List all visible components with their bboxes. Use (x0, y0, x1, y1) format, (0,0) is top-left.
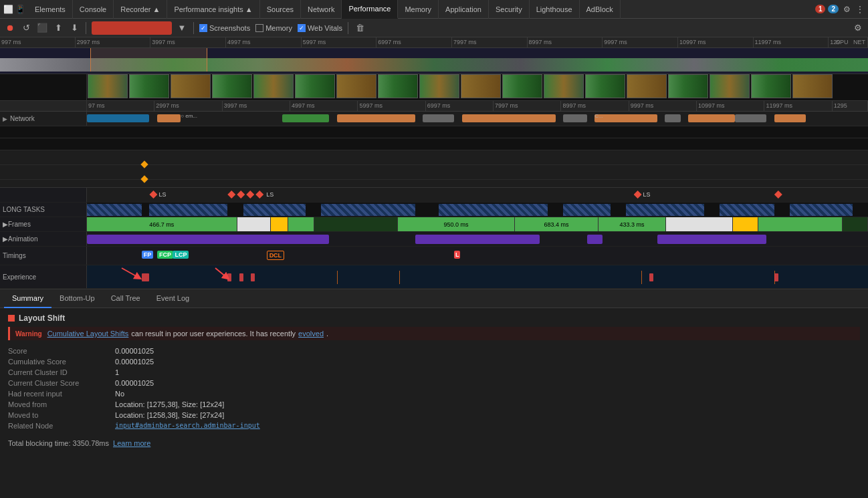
window-controls: ⬜ 📱 (3, 4, 25, 15)
detail-title-icon (8, 315, 15, 322)
warning-period: . (326, 330, 328, 338)
screenshot-thumb-3[interactable] (171, 74, 211, 98)
frame-7: 683.4 ms (515, 217, 599, 231)
trash-icon[interactable]: 🗑 (354, 22, 366, 34)
screenshots-checkbox[interactable]: ✓ Screenshots (199, 24, 250, 32)
cluster-id-label: Current Cluster ID (8, 368, 115, 376)
marker-diamond-2 (140, 175, 148, 182)
memory-checkbox[interactable]: Memory (255, 24, 292, 32)
network-track-row: ▶ Network ○ em... C... (0, 112, 868, 126)
tab-elements[interactable]: Elements (28, 0, 73, 19)
warning-row: Warning Cumulative Layout Shifts can res… (8, 327, 860, 340)
lt-bar-3 (243, 204, 306, 216)
reload-icon[interactable]: ↺ (20, 22, 32, 34)
exp-bar-3 (239, 273, 243, 281)
lt-bar-1 (87, 204, 142, 216)
inspect-icon[interactable]: ⬜ (3, 4, 13, 15)
screenshot-thumb-18[interactable] (792, 74, 833, 98)
btab-bottom-up[interactable]: Bottom-Up (51, 289, 103, 308)
ruler-spacer (0, 101, 87, 111)
screenshots-label-col (0, 74, 87, 100)
long-tasks-label: LONG TASKS (0, 203, 87, 217)
tick2-11: 1295 (833, 101, 868, 111)
tab-bar: ⬜ 📱 Elements Console Recorder ▲ Performa… (0, 0, 868, 19)
device-icon[interactable]: 📱 (15, 4, 25, 15)
tab-memory[interactable]: Memory (398, 0, 439, 19)
net-bar-2 (157, 114, 181, 122)
network-track-label: ▶ Network (0, 112, 87, 126)
tab-security[interactable]: Security (489, 0, 530, 19)
record-button[interactable] (92, 21, 172, 35)
net-bar-4 (337, 114, 415, 122)
tab-network[interactable]: Network (301, 0, 342, 19)
record-icon[interactable]: ⏺ (4, 22, 16, 34)
cluster-id-val: 1 (115, 368, 119, 376)
screenshot-thumb-1[interactable] (88, 74, 128, 98)
screenshot-thumb-6[interactable] (295, 74, 335, 98)
frame-2 (237, 217, 272, 231)
long-tasks-section: LS LS LS LONG TASKS (0, 188, 868, 289)
frame-4 (288, 217, 314, 231)
tab-performance[interactable]: Performance (342, 0, 398, 19)
tab-adblock[interactable]: AdBlock (580, 0, 621, 19)
tab-performance-insights[interactable]: Performance insights ▲ (167, 0, 259, 19)
dropdown-icon[interactable]: ▼ (176, 22, 188, 34)
screenshot-thumb-16[interactable] (710, 74, 750, 98)
warning-link-cls[interactable]: Cumulative Layout Shifts (47, 330, 129, 338)
tab-sources[interactable]: Sources (260, 0, 301, 19)
screenshot-thumb-14[interactable] (627, 74, 667, 98)
ls-group-3: LS (634, 191, 651, 199)
frame-10 (733, 217, 758, 231)
screenshot-thumb-15[interactable] (668, 74, 708, 98)
screenshot-thumb-13[interactable] (585, 74, 625, 98)
screenshot-thumb-2[interactable] (129, 74, 169, 98)
frame-6: 950.0 ms (398, 217, 515, 231)
screenshot-thumb-12[interactable] (544, 74, 584, 98)
tab-lighthouse[interactable]: Lighthouse (530, 0, 580, 19)
expand-arrow[interactable]: ▶ (3, 116, 7, 122)
ls-diamond-3 (237, 191, 245, 199)
screenshot-thumb-7[interactable] (336, 74, 376, 98)
related-node-val[interactable]: input#adminbar-search.adminbar-input (115, 422, 260, 430)
download-icon[interactable]: ⬇ (68, 22, 80, 34)
screenshot-thumb-5[interactable] (253, 74, 294, 98)
screenshot-thumb-4[interactable] (212, 74, 252, 98)
score-row: Score 0.00001025 (8, 346, 860, 356)
frames-row: ▶ Frames 466.7 ms 950.0 ms 683.4 ms 433.… (0, 217, 868, 232)
tick2-4: 5997 ms (358, 101, 425, 111)
btab-event-log[interactable]: Event Log (148, 289, 198, 308)
ruler-ticks: 97 ms 2997 ms 3997 ms 4997 ms 5997 ms 69… (87, 101, 868, 111)
btab-call-tree[interactable]: Call Tree (103, 289, 148, 308)
animation-content (87, 232, 868, 246)
timings-content: FP FCP LCP DCL L (87, 247, 868, 265)
frame-5 (314, 217, 398, 231)
warning-link-evolved[interactable]: evolved (298, 330, 324, 338)
anim-expand-arrow[interactable]: ▶ (3, 235, 8, 243)
ls-diamond-1 (149, 191, 157, 199)
screenshot-thumb-17[interactable] (751, 74, 791, 98)
settings-icon[interactable]: ⚙ (841, 4, 852, 15)
stop-icon[interactable]: ⬛ (36, 22, 48, 34)
webvitals-checkbox[interactable]: ✓ Web Vitals (298, 24, 342, 32)
lt-bar-4 (321, 204, 415, 216)
settings-icon2[interactable]: ⚙ (852, 22, 864, 34)
animation-row: ▶ Animation (0, 232, 868, 247)
tab-console[interactable]: Console (73, 0, 114, 19)
recent-input-val: No (115, 390, 124, 398)
btab-summary[interactable]: Summary (4, 289, 51, 308)
more-icon[interactable]: ⋮ (855, 4, 865, 15)
screenshot-thumb-10[interactable] (461, 74, 501, 98)
tab-recorder[interactable]: Recorder ▲ (114, 0, 167, 19)
upload-icon[interactable]: ⬆ (52, 22, 64, 34)
frames-expand-arrow[interactable]: ▶ (3, 221, 8, 228)
error-badge: 1 (815, 5, 826, 13)
screenshot-thumb-8[interactable] (378, 74, 418, 98)
learn-more-link[interactable]: Learn more (113, 439, 150, 447)
screenshot-thumb-9[interactable] (419, 74, 459, 98)
timings-row: Timings FP FCP LCP DCL L (0, 247, 868, 265)
tick-2: 3997 ms (150, 37, 226, 47)
net-bar-6 (462, 114, 556, 122)
webvitals-label: Web Vitals (308, 24, 342, 32)
screenshot-thumb-11[interactable] (502, 74, 542, 98)
tab-application[interactable]: Application (439, 0, 489, 19)
